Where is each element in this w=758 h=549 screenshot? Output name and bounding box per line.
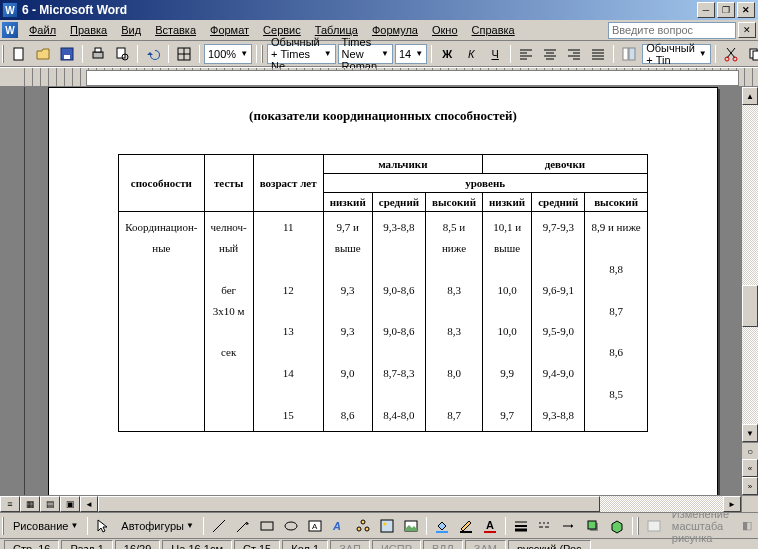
font-size-combo[interactable]: 14 ▼ <box>395 44 427 64</box>
prev-page-button[interactable]: « <box>742 459 758 477</box>
svg-text:A: A <box>332 520 341 532</box>
arrow-style-button[interactable] <box>558 515 580 537</box>
normal-view-button[interactable]: ≡ <box>0 496 20 512</box>
arrow-button[interactable] <box>232 515 254 537</box>
menu-format[interactable]: Формат <box>203 22 256 38</box>
font-combo[interactable]: Times New Roman ▼ <box>338 44 393 64</box>
drawbar-grip[interactable] <box>2 517 4 535</box>
pic-tool-1[interactable]: ◧ <box>736 515 758 537</box>
page[interactable]: (показатели координационных способностей… <box>48 87 718 495</box>
align-right-button[interactable] <box>563 43 585 65</box>
font-color-button[interactable]: A <box>479 515 501 537</box>
status-ovr[interactable]: ЗАМ <box>465 540 506 550</box>
copy-button[interactable] <box>744 43 758 65</box>
vertical-ruler[interactable] <box>0 87 25 495</box>
diagram-button[interactable] <box>352 515 374 537</box>
status-ext[interactable]: ВДЛ <box>423 540 463 550</box>
fill-color-button[interactable] <box>431 515 453 537</box>
minimize-button[interactable]: ─ <box>697 2 715 18</box>
italic-button[interactable]: К <box>460 43 482 65</box>
vertical-scrollbar[interactable]: ▲ ▼ ○ « » <box>741 87 758 495</box>
outline-view-button[interactable]: ▣ <box>60 496 80 512</box>
svg-point-47 <box>361 520 365 524</box>
3d-button[interactable] <box>606 515 628 537</box>
open-button[interactable] <box>32 43 54 65</box>
vscroll-thumb[interactable] <box>742 285 758 327</box>
title-bar: W 6 - Microsoft Word ─ ❐ ✕ <box>0 0 758 20</box>
draw-menu-button[interactable]: Рисование▼ <box>8 517 83 535</box>
hscroll-thumb[interactable] <box>98 496 600 512</box>
tables-borders-button[interactable] <box>173 43 195 65</box>
oval-button[interactable] <box>280 515 302 537</box>
svg-rect-0 <box>14 48 23 60</box>
document-viewport[interactable]: (показатели координационных способностей… <box>25 87 741 495</box>
svg-rect-2 <box>64 55 70 59</box>
autoshapes-button[interactable]: Автофигуры▼ <box>116 517 199 535</box>
picturebar-grip[interactable] <box>637 517 639 535</box>
menu-window[interactable]: Окно <box>425 22 465 38</box>
menu-edit[interactable]: Правка <box>63 22 114 38</box>
line-color-button[interactable] <box>455 515 477 537</box>
line-button[interactable] <box>208 515 230 537</box>
select-objects-button[interactable] <box>92 515 114 537</box>
wordart-button[interactable]: A <box>328 515 350 537</box>
status-rec[interactable]: ЗАП <box>330 540 370 550</box>
toolbar-grip[interactable] <box>2 45 4 63</box>
hscroll-track[interactable] <box>98 496 723 512</box>
vscroll-track[interactable] <box>742 105 758 424</box>
align-left-button[interactable] <box>515 43 537 65</box>
svg-rect-31 <box>753 51 758 60</box>
menu-view[interactable]: Вид <box>114 22 148 38</box>
print-button[interactable] <box>87 43 109 65</box>
align-center-button[interactable] <box>539 43 561 65</box>
insert-picture-button[interactable] <box>400 515 422 537</box>
web-view-button[interactable]: ▦ <box>20 496 40 512</box>
clipart-button[interactable] <box>376 515 398 537</box>
status-lang[interactable]: русский (Рос <box>508 540 591 550</box>
next-page-button[interactable]: » <box>742 477 758 495</box>
status-page: Стр. 16 <box>4 540 59 550</box>
print-preview-button[interactable] <box>111 43 133 65</box>
shadow-button[interactable] <box>582 515 604 537</box>
bold-button[interactable]: Ж <box>436 43 458 65</box>
zoom-combo[interactable]: 100% ▼ <box>204 44 252 64</box>
svg-rect-50 <box>381 520 393 532</box>
style-combo[interactable]: Обычный + Times Ne ▼ <box>267 44 336 64</box>
scroll-up-button[interactable]: ▲ <box>742 87 758 105</box>
formatting-pane-button[interactable] <box>618 43 640 65</box>
scroll-down-button[interactable]: ▼ <box>742 424 758 442</box>
style2-combo[interactable]: Обычный + Tin ▼ <box>642 44 711 64</box>
th-age: возраст лет <box>253 155 323 212</box>
menu-help[interactable]: Справка <box>465 22 522 38</box>
cell-girls-low: 10,1 и выше 10,0 10,0 9,9 9,7 <box>483 212 532 432</box>
save-button[interactable] <box>56 43 78 65</box>
align-justify-button[interactable] <box>587 43 609 65</box>
horizontal-scrollbar[interactable]: ≡ ▦ ▤ ▣ ◄ ► <box>0 495 758 513</box>
insert-picture2-button[interactable] <box>643 515 665 537</box>
line-style-button[interactable] <box>510 515 532 537</box>
th-girls-low: низкий <box>483 193 532 212</box>
cut-button[interactable] <box>720 43 742 65</box>
status-trk[interactable]: ИСПР <box>372 540 421 550</box>
new-doc-button[interactable] <box>8 43 30 65</box>
print-layout-view-button[interactable]: ▤ <box>40 496 60 512</box>
menu-file[interactable]: Файл <box>22 22 63 38</box>
dash-style-button[interactable] <box>534 515 556 537</box>
scroll-left-button[interactable]: ◄ <box>80 496 98 512</box>
th-level: уровень <box>323 174 647 193</box>
ask-question-input[interactable] <box>608 22 736 39</box>
rectangle-button[interactable] <box>256 515 278 537</box>
browse-object-button[interactable]: ○ <box>742 442 758 459</box>
status-section: Разд 1 <box>61 540 112 550</box>
underline-button[interactable]: Ч <box>484 43 506 65</box>
undo-button[interactable] <box>142 43 164 65</box>
menu-bar: W Файл Правка Вид Вставка Формат Сервис … <box>0 20 758 41</box>
toolbar-grip-2[interactable] <box>261 45 263 63</box>
textbox-button[interactable]: A <box>304 515 326 537</box>
status-bar: Стр. 16 Разд 1 16/29 На 16,1см Ст 15 Кол… <box>0 539 758 549</box>
menu-insert[interactable]: Вставка <box>148 22 203 38</box>
doc-close-button[interactable]: ✕ <box>738 22 756 38</box>
close-button[interactable]: ✕ <box>737 2 755 18</box>
horizontal-ruler[interactable] <box>0 67 758 87</box>
maximize-button[interactable]: ❐ <box>717 2 735 18</box>
